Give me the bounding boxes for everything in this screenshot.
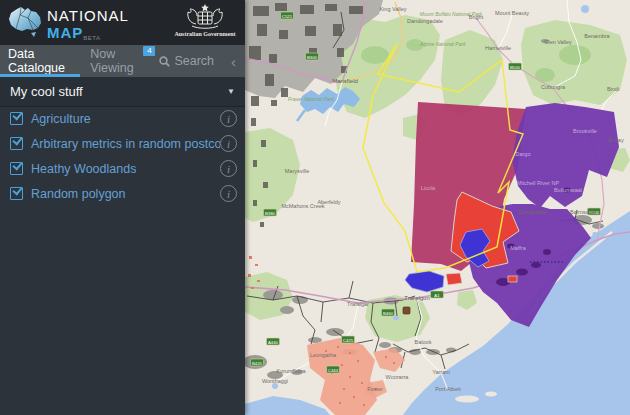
map-poi-marker — [403, 307, 410, 314]
route-shield-label: B460 — [383, 311, 394, 316]
map-town-label: Benambra — [584, 33, 610, 39]
map-town-label: Foster — [367, 386, 383, 392]
brand-beta: BETA — [83, 35, 100, 41]
map-town-label: Bullumwaal — [554, 187, 582, 193]
route-shield-label: C521 — [282, 14, 293, 19]
map-town-label: Woorarra — [386, 374, 410, 380]
checkbox-checked-icon[interactable] — [10, 187, 23, 200]
checkbox-checked-icon[interactable] — [10, 112, 23, 125]
tab-search-label: Search — [174, 54, 214, 68]
route-shield-label: A1 — [434, 293, 440, 298]
catalogue-item-agriculture: Agriculture i — [0, 106, 245, 131]
catalogue-item-label[interactable]: Agriculture — [31, 112, 91, 126]
map-town-label: McMahons Creek — [281, 203, 324, 209]
map-town-label: Dargo — [516, 151, 531, 157]
map-town-label: Dandongadale — [407, 18, 443, 24]
map-town-label: Fraser National Park — [288, 96, 334, 102]
map-town-label: Maffra — [510, 245, 526, 251]
map-town-label: Yarram — [432, 369, 450, 375]
map-town-label: Cobungra — [541, 84, 566, 90]
map-town-label: Leongatha — [310, 352, 337, 358]
map-town-label: Bindi — [607, 86, 619, 92]
map-town-label: Ensay — [608, 137, 624, 143]
info-icon[interactable]: i — [220, 135, 237, 152]
australian-government-label: Australian Government — [171, 31, 239, 37]
catalogue-group-select[interactable]: My cool stuff ▼ — [0, 77, 245, 107]
map-town-label: Marysville — [285, 168, 309, 174]
map-town-label: Alpine National Park — [419, 41, 466, 47]
map-canvas[interactable]: C521B300B500B500B380B460A1A440C425C444B4… — [245, 0, 630, 415]
info-icon[interactable]: i — [220, 185, 237, 202]
sidebar-panel: NATIONAL MAPBETA Australian Government D… — [0, 0, 245, 415]
tab-data-catalogue[interactable]: Data Catalogue — [0, 45, 80, 77]
map-town-label: Bright — [469, 14, 484, 20]
map-town-label: Korumburra — [276, 368, 306, 374]
brand-wordmark: NATIONAL MAPBETA — [47, 8, 129, 41]
route-shield-label: B300 — [307, 55, 318, 60]
tab-now-viewing-label: Now Viewing — [90, 47, 143, 75]
tab-now-viewing[interactable]: Now Viewing 4 — [82, 45, 151, 77]
map-town-label: Port Albert — [435, 386, 461, 392]
map-town-label: Licola — [421, 185, 436, 191]
catalogue-item-heathy-woodlands: Heathy Woodlands i — [0, 156, 245, 181]
nationalmap-australia-logo-icon — [7, 6, 43, 39]
map-town-label: Glen Valley — [544, 39, 572, 45]
map-town-label: Trafalgar — [347, 301, 369, 307]
brand-map: MAP — [47, 24, 83, 41]
route-shield-label: A440 — [268, 340, 279, 345]
route-shield-label: B420 — [252, 361, 263, 366]
checkbox-checked-icon[interactable] — [10, 162, 23, 175]
info-icon[interactable]: i — [220, 160, 237, 177]
chevron-down-icon: ▼ — [227, 87, 245, 96]
map-town-label: Brookville — [573, 128, 597, 134]
map-town-label: Harrietville — [485, 45, 511, 51]
route-shield-label: C444 — [328, 368, 339, 373]
map-town-label: Traralgon — [404, 295, 429, 301]
map-town-label: Mitchell River NP — [517, 180, 560, 186]
map-town-label: Mount Beauty — [495, 10, 529, 16]
search-icon — [159, 56, 170, 67]
tab-search[interactable]: Search — [151, 45, 222, 77]
catalogue-item-arbitrary-metrics: Arbitrary metrics in random postcodes i — [0, 131, 245, 156]
info-icon[interactable]: i — [220, 110, 237, 127]
catalogue-item-random-polygon: Random polygon i — [0, 181, 245, 206]
map-town-label: King Valley — [379, 6, 406, 12]
australian-government-crest-icon — [178, 2, 232, 30]
route-shield-label: B500 — [510, 65, 521, 70]
map-town-label: Bairnsdale — [570, 209, 596, 215]
map-town-label: Wonthaggi — [262, 378, 288, 384]
map-town-label: Mansfield — [332, 78, 358, 84]
catalogue-item-list: Agriculture i Arbitrary metrics in rando… — [0, 106, 245, 206]
map-town-label: Glenaladale — [518, 209, 547, 215]
catalogue-item-label[interactable]: Random polygon — [31, 187, 126, 201]
australian-government-block: Australian Government — [171, 2, 239, 44]
tab-data-catalogue-label: Data Catalogue — [8, 47, 72, 75]
brand-national: NATIONAL — [47, 8, 129, 23]
app-header: NATIONAL MAPBETA Australian Government — [0, 0, 245, 45]
collapse-panel-chevron-icon[interactable]: ‹ — [222, 53, 245, 70]
catalogue-item-label[interactable]: Heathy Woodlands — [31, 162, 136, 176]
catalogue-item-label[interactable]: Arbitrary metrics in random postcodes — [31, 137, 220, 151]
route-shield-label: C425 — [343, 338, 354, 343]
route-shield-label: B380 — [265, 211, 276, 216]
map-town-label: Balook — [415, 339, 432, 345]
checkbox-checked-icon[interactable] — [10, 137, 23, 150]
catalogue-group-label: My cool stuff — [0, 84, 83, 99]
tab-bar: Data Catalogue Now Viewing 4 Search ‹ — [0, 45, 245, 77]
